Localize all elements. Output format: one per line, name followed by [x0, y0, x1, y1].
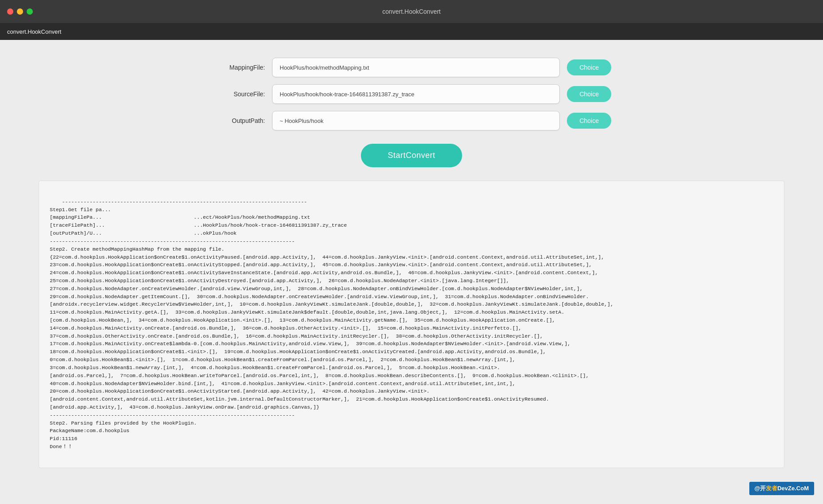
- output-choice-button[interactable]: Choice: [567, 113, 611, 129]
- titlebar: convert.HookConvert: [0, 0, 823, 23]
- minimize-button[interactable]: [17, 8, 23, 15]
- output-input-wrapper: [272, 111, 560, 130]
- output-area: ----------------------------------------…: [39, 181, 784, 468]
- watermark: @开发者DevZe.CoM: [749, 482, 814, 495]
- main-content: MappingFile: Choice SourceFile: Choice O…: [0, 40, 823, 486]
- start-convert-button[interactable]: StartConvert: [361, 144, 462, 167]
- source-file-row: SourceFile: Choice: [212, 84, 611, 104]
- source-label: SourceFile:: [212, 91, 265, 98]
- form-section: MappingFile: Choice SourceFile: Choice O…: [212, 58, 611, 130]
- output-text: ----------------------------------------…: [50, 199, 613, 449]
- source-input-wrapper: [272, 84, 560, 104]
- close-button[interactable]: [7, 8, 13, 15]
- mapping-label: MappingFile:: [212, 64, 265, 71]
- mapping-file-row: MappingFile: Choice: [212, 58, 611, 77]
- mapping-choice-button[interactable]: Choice: [567, 59, 611, 75]
- menubar-app-name: convert.HookConvert: [7, 28, 61, 35]
- start-button-wrapper: StartConvert: [361, 144, 462, 167]
- traffic-lights: [7, 8, 33, 15]
- mapping-input-wrapper: [272, 58, 560, 77]
- output-label: OutputPath:: [212, 117, 265, 124]
- source-file-input[interactable]: [272, 84, 560, 104]
- maximize-button[interactable]: [27, 8, 33, 15]
- output-path-input[interactable]: [272, 111, 560, 130]
- menubar: convert.HookConvert: [0, 23, 823, 40]
- window-title: convert.HookConvert: [382, 8, 441, 15]
- output-path-row: OutputPath: Choice: [212, 111, 611, 130]
- source-choice-button[interactable]: Choice: [567, 86, 611, 102]
- mapping-file-input[interactable]: [272, 58, 560, 77]
